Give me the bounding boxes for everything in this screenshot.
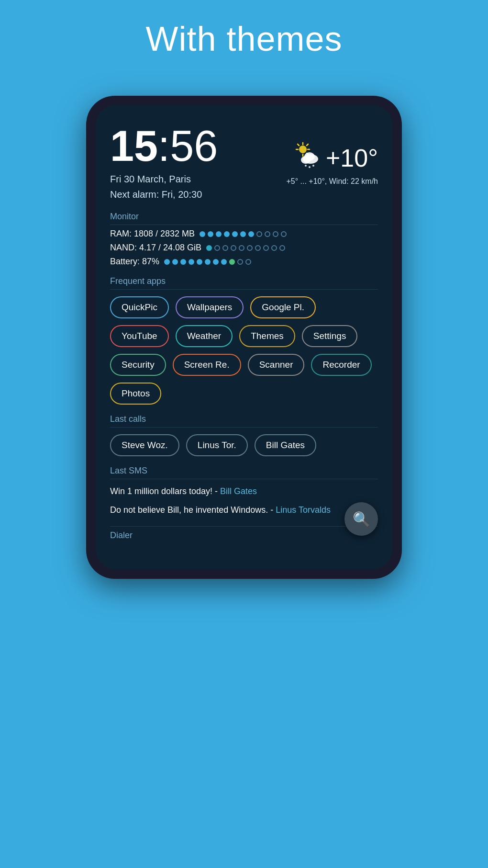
- sms-item-1: Win 1 million dollars today! - Bill Gate…: [110, 485, 378, 498]
- svg-line-5: [298, 144, 299, 146]
- svg-point-0: [299, 146, 307, 153]
- nand-text: NAND: 4.17 / 24.08 GiB: [110, 243, 201, 253]
- app-photos[interactable]: Photos: [110, 383, 161, 405]
- apps-grid: QuickPic Wallpapers Google Pl. YouTube W…: [110, 296, 378, 405]
- top-row: 15:56 Fri 30 March, Paris Next alarm: Fr…: [110, 124, 378, 202]
- svg-point-11: [305, 165, 307, 167]
- weather-icon: [292, 141, 321, 175]
- svg-point-12: [309, 166, 311, 168]
- call-steve[interactable]: Steve Woz.: [110, 434, 179, 456]
- dialer-label: Dialer: [110, 526, 378, 541]
- app-security[interactable]: Security: [110, 354, 166, 376]
- last-sms-label: Last SMS: [110, 466, 378, 479]
- weather-detail: +5° ... +10°, Wind: 22 km/h: [286, 177, 378, 186]
- page-title: With themes: [0, 0, 488, 58]
- app-scanner[interactable]: Scanner: [248, 354, 305, 376]
- clock-section: 15:56 Fri 30 March, Paris Next alarm: Fr…: [110, 124, 218, 202]
- battery-row: Battery: 87%: [110, 257, 378, 267]
- ram-dots: [200, 231, 287, 237]
- weather-section: +10° +5° ... +10°, Wind: 22 km/h: [286, 141, 378, 186]
- app-recorder[interactable]: Recorder: [311, 354, 371, 376]
- app-screen-recorder[interactable]: Screen Re.: [173, 354, 241, 376]
- ram-text: RAM: 1808 / 2832 MB: [110, 229, 195, 239]
- app-settings[interactable]: Settings: [302, 325, 358, 347]
- frequent-apps-label: Frequent apps: [110, 276, 378, 290]
- last-calls-label: Last calls: [110, 414, 378, 428]
- phone-mockup: 15:56 Fri 30 March, Paris Next alarm: Fr…: [86, 96, 402, 579]
- app-youtube[interactable]: YouTube: [110, 325, 169, 347]
- calls-row: Steve Woz. Linus Tor. Bill Gates: [110, 434, 378, 456]
- nand-dots: [206, 245, 285, 251]
- search-fab[interactable]: 🔍: [344, 502, 378, 536]
- svg-line-7: [307, 144, 308, 146]
- clock-minutes: 56: [170, 122, 218, 170]
- weather-temp: +10°: [326, 144, 378, 172]
- call-bill[interactable]: Bill Gates: [255, 434, 316, 456]
- call-linus[interactable]: Linus Tor.: [186, 434, 248, 456]
- battery-dots: [164, 259, 251, 265]
- nand-row: NAND: 4.17 / 24.08 GiB: [110, 243, 378, 253]
- battery-text: Battery: 87%: [110, 257, 159, 267]
- clock-date: Fri 30 March, Paris Next alarm: Fri, 20:…: [110, 171, 218, 202]
- phone-screen: 15:56 Fri 30 March, Paris Next alarm: Fr…: [96, 105, 392, 569]
- sms-sender-1: Bill Gates: [220, 486, 257, 496]
- svg-point-10: [304, 152, 315, 161]
- svg-point-13: [312, 165, 314, 167]
- search-icon: 🔍: [353, 511, 370, 528]
- app-weather[interactable]: Weather: [176, 325, 233, 347]
- app-wallpapers[interactable]: Wallpapers: [176, 296, 244, 318]
- app-google-play[interactable]: Google Pl.: [250, 296, 316, 318]
- ram-row: RAM: 1808 / 2832 MB: [110, 229, 378, 239]
- clock-time: 15:56: [110, 124, 218, 168]
- sms-item-2: Do not believe Bill, he invented Windows…: [110, 504, 378, 517]
- app-themes[interactable]: Themes: [239, 325, 295, 347]
- clock-hour: 15: [110, 122, 158, 170]
- phone-outer: 15:56 Fri 30 March, Paris Next alarm: Fr…: [86, 96, 402, 579]
- sms-sender-2: Linus Torvalds: [276, 505, 331, 515]
- monitor-label: Monitor: [110, 212, 378, 225]
- app-quickpic[interactable]: QuickPic: [110, 296, 169, 318]
